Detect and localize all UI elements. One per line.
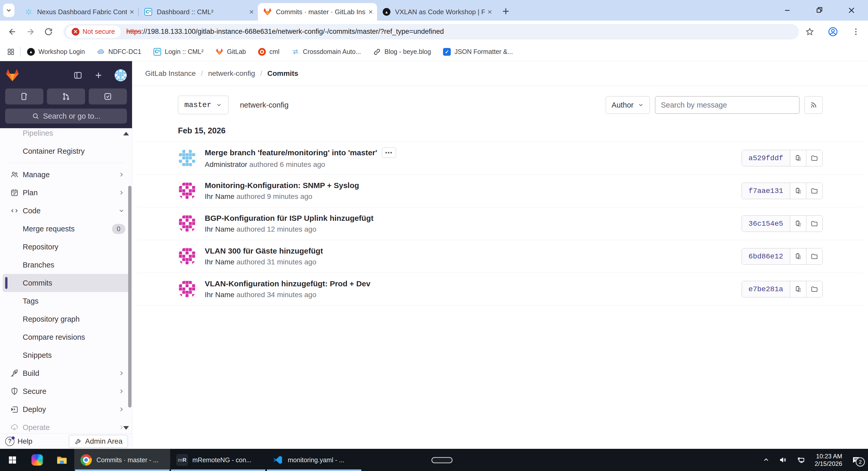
bookmark-crossdomain[interactable]: Crossdomain Auto... xyxy=(291,48,361,56)
forward-button[interactable] xyxy=(26,27,35,36)
url-text[interactable]: https://198.18.133.100/gitlab-instance-6… xyxy=(126,28,444,36)
network-icon[interactable] xyxy=(797,455,805,464)
bookmark-json-formatter[interactable]: ✓ JSON Formatter &... xyxy=(443,48,513,56)
sidebar-item-snippets[interactable]: Snippets xyxy=(3,346,129,364)
menu-dots-icon[interactable] xyxy=(851,27,860,36)
hidden-icons-chevron[interactable] xyxy=(763,456,770,464)
commit-title-link[interactable]: Merge branch 'feature/monitoring' into '… xyxy=(205,148,377,157)
browse-files-button[interactable] xyxy=(806,150,823,166)
file-explorer-button[interactable] xyxy=(50,449,74,471)
copy-sha-button[interactable] xyxy=(790,281,806,297)
commit-author-avatar[interactable] xyxy=(178,280,196,298)
copy-sha-button[interactable] xyxy=(790,216,806,232)
tab-search-button[interactable] xyxy=(3,4,14,17)
close-button[interactable] xyxy=(847,6,856,14)
commit-sha-link[interactable]: f7aae131 xyxy=(742,183,790,199)
tab-close-icon[interactable]: × xyxy=(368,7,373,16)
copilot-button[interactable] xyxy=(25,449,50,471)
commit-sha-link[interactable]: a529fddf xyxy=(742,150,790,166)
bookmark-star-icon[interactable] xyxy=(805,27,814,36)
search-by-message-input[interactable] xyxy=(655,96,799,114)
sidebar-item-commits[interactable]: Commits xyxy=(3,274,129,292)
bookmark-blog[interactable]: Blog - beye.blog xyxy=(373,48,431,56)
start-button[interactable] xyxy=(0,449,25,471)
commit-title-link[interactable]: VLAN-Konfiguration hinzugefügt: Prod + D… xyxy=(205,279,370,288)
reload-button[interactable] xyxy=(44,27,53,36)
commit-author-avatar[interactable] xyxy=(178,247,196,266)
address-bar[interactable]: ✕ Not secure https://198.18.133.100/gitl… xyxy=(63,24,799,39)
sidebar-item-plan[interactable]: Plan xyxy=(3,184,129,202)
taskbar-app-chrome[interactable]: Commits · master - ... xyxy=(74,449,170,471)
branch-selector[interactable]: master xyxy=(178,96,228,114)
copy-sha-button[interactable] xyxy=(790,183,806,199)
sidebar-item-repository-graph[interactable]: Repository graph xyxy=(3,310,129,328)
sidebar-item-tags[interactable]: Tags xyxy=(3,292,129,310)
commit-sha-link[interactable]: 6bd86e12 xyxy=(742,248,790,264)
create-new-icon[interactable] xyxy=(94,71,103,80)
tab-close-icon[interactable]: × xyxy=(129,7,134,16)
browse-files-button[interactable] xyxy=(806,216,823,232)
tab-cml-dashboard[interactable]: C² Dashboard :: CML² × xyxy=(139,3,258,21)
copy-sha-button[interactable] xyxy=(790,248,806,264)
commit-sha-link[interactable]: e7be281a xyxy=(742,281,790,297)
notification-center-button[interactable]: 2 xyxy=(851,455,861,465)
sidebar-item-repository[interactable]: Repository xyxy=(3,238,129,256)
author-filter-dropdown[interactable]: Author xyxy=(606,96,650,114)
tab-vxlan-workshop[interactable]: ▲ VXLAN as Code Workshop | Fin × xyxy=(377,3,496,21)
security-chip[interactable]: ✕ Not secure xyxy=(66,26,121,38)
commit-author[interactable]: Administrator xyxy=(205,160,247,169)
back-button[interactable] xyxy=(8,27,17,36)
minimize-button[interactable] xyxy=(783,6,791,14)
sidebar-item-manage[interactable]: Manage xyxy=(3,166,129,184)
rss-feed-button[interactable] xyxy=(805,96,823,114)
bookmark-gitlab[interactable]: GitLab xyxy=(215,48,246,56)
profile-avatar-icon[interactable] xyxy=(828,27,838,37)
sidebar-toggle-icon[interactable] xyxy=(73,71,83,80)
browse-files-button[interactable] xyxy=(806,248,823,264)
sidebar-item-compare-revisions[interactable]: Compare revisions xyxy=(3,328,129,346)
bookmark-login-cml[interactable]: C² Login :: CML² xyxy=(153,48,204,56)
copy-sha-button[interactable] xyxy=(790,150,806,166)
commit-title-link[interactable]: Monitoring-Konfiguration: SNMP + Syslog xyxy=(205,181,359,190)
breadcrumb-gitlab-instance[interactable]: GitLab Instance xyxy=(145,69,196,78)
sidebar-item-operate[interactable]: Operate xyxy=(3,418,129,433)
tab-gitlab-commits[interactable]: Commits · master · GitLab Insta × xyxy=(258,3,377,21)
commit-author[interactable]: Ihr Name xyxy=(205,225,235,233)
clock[interactable]: 10:23 AM 2/15/2026 xyxy=(815,452,842,467)
breadcrumb-project[interactable]: netwerk-config xyxy=(208,69,255,78)
tab-close-icon[interactable]: × xyxy=(487,7,492,16)
admin-area-button[interactable]: Admin Area xyxy=(69,435,128,448)
sidebar-scrollbar[interactable] xyxy=(128,186,131,408)
sidebar-item-build[interactable]: Build xyxy=(3,364,129,382)
apps-grid-icon[interactable] xyxy=(7,48,15,56)
commit-sha-link[interactable]: 36c154e5 xyxy=(742,216,790,232)
sidebar-item-pipelines[interactable]: Pipelines xyxy=(3,128,129,142)
restore-button[interactable] xyxy=(815,6,823,14)
bookmark-workshop-login[interactable]: ▲ Workshop Login xyxy=(27,48,85,56)
new-tab-button[interactable]: + xyxy=(502,4,509,18)
sidebar-item-container-registry[interactable]: Container Registry xyxy=(3,142,129,160)
sidebar-item-branches[interactable]: Branches xyxy=(3,256,129,274)
bookmark-ndfc-dc1[interactable]: NDFC-DC1 xyxy=(97,48,141,56)
commit-author-avatar[interactable] xyxy=(178,182,196,200)
gitlab-logo[interactable] xyxy=(5,69,20,82)
volume-icon[interactable] xyxy=(779,456,787,464)
sidebar-item-merge-requests[interactable]: Merge requests 0 xyxy=(3,220,129,238)
browse-files-button[interactable] xyxy=(806,183,823,199)
bookmark-cml[interactable]: cml xyxy=(258,48,280,56)
tab-close-icon[interactable]: × xyxy=(249,7,254,16)
browse-files-button[interactable] xyxy=(806,281,823,297)
sidebar-item-code[interactable]: Code xyxy=(3,202,129,220)
commit-author[interactable]: Ihr Name xyxy=(205,258,235,266)
taskbar-app-mremoteng[interactable]: mR mRemoteNG - con... xyxy=(170,449,266,471)
issues-shortcut-button[interactable] xyxy=(5,88,43,105)
sidebar-item-secure[interactable]: Secure xyxy=(3,382,129,400)
sidebar-search[interactable]: Search or go to... xyxy=(5,109,127,123)
expand-message-button[interactable]: ••• xyxy=(382,148,396,158)
todo-shortcut-button[interactable] xyxy=(89,88,127,105)
commit-author[interactable]: Ihr Name xyxy=(205,193,235,200)
taskbar-center-pill[interactable] xyxy=(431,457,453,463)
commit-title-link[interactable]: VLAN 300 für Gäste hinzugefügt xyxy=(205,246,323,255)
commit-author-avatar[interactable] xyxy=(178,149,196,168)
merge-requests-shortcut-button[interactable] xyxy=(47,88,85,105)
